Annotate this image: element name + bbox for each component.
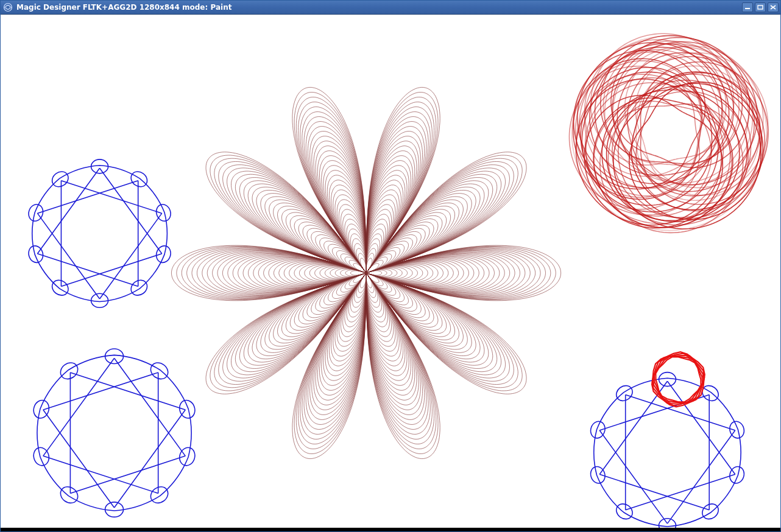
- svg-point-55: [659, 373, 676, 387]
- svg-point-61: [613, 501, 635, 522]
- svg-line-5: [100, 168, 162, 254]
- svg-point-59: [699, 501, 721, 522]
- bottom-border: [1, 528, 780, 531]
- svg-rect-3: [758, 5, 763, 9]
- window-buttons: [742, 2, 779, 12]
- svg-line-7: [100, 213, 162, 299]
- spirograph-flower: [171, 87, 560, 458]
- svg-line-47: [667, 430, 735, 523]
- maximize-button[interactable]: [755, 2, 766, 12]
- svg-point-21: [49, 277, 71, 298]
- svg-point-40: [105, 502, 124, 517]
- svg-line-50: [599, 430, 667, 523]
- application-window: Magic Designer FLTK+AGG2D 1280x844 mode:…: [0, 0, 781, 532]
- svg-point-36: [147, 360, 171, 382]
- svg-point-0: [4, 4, 12, 12]
- svg-point-39: [147, 483, 171, 506]
- minimize-button[interactable]: [742, 2, 753, 12]
- svg-line-30: [43, 410, 115, 508]
- svg-point-44: [57, 360, 81, 382]
- svg-line-10: [37, 213, 99, 299]
- spirograph-star: [31, 349, 197, 517]
- app-icon: [3, 2, 13, 12]
- svg-rect-2: [745, 8, 750, 9]
- close-button[interactable]: [768, 2, 779, 12]
- svg-line-32: [43, 358, 115, 456]
- drawing-canvas[interactable]: [1, 14, 780, 528]
- svg-point-24: [49, 169, 71, 190]
- svg-point-35: [105, 349, 124, 364]
- svg-line-25: [115, 358, 186, 456]
- window-title: Magic Designer FLTK+AGG2D 1280x844 mode:…: [16, 3, 742, 12]
- svg-point-41: [57, 483, 81, 506]
- titlebar[interactable]: Magic Designer FLTK+AGG2D 1280x844 mode:…: [1, 1, 780, 14]
- spirograph-star: [588, 373, 746, 528]
- spirograph-star: [27, 159, 173, 307]
- svg-point-19: [128, 277, 150, 298]
- svg-line-27: [115, 410, 186, 508]
- svg-point-64: [613, 383, 635, 404]
- svg-line-12: [37, 168, 99, 254]
- spirograph-dense-ring: [569, 33, 768, 233]
- canvas-svg: [1, 15, 780, 528]
- svg-point-16: [128, 169, 150, 190]
